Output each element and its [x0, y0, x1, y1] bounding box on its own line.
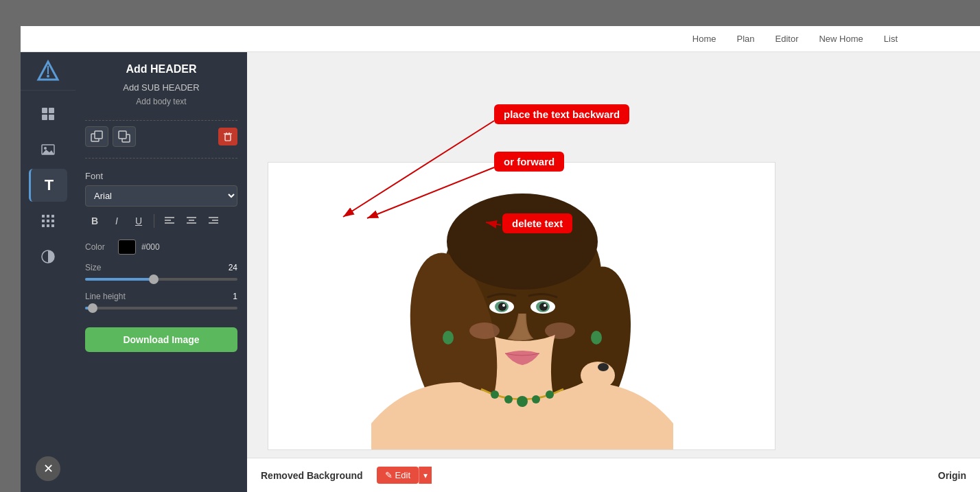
align-left-btn[interactable]	[160, 212, 179, 230]
panel-divider-1	[85, 120, 237, 121]
size-slider-fill	[85, 278, 154, 281]
svg-point-63	[517, 396, 528, 407]
svg-rect-17	[47, 224, 49, 227]
line-height-row: Line height 1	[85, 292, 237, 301]
download-button[interactable]: Download Image	[85, 327, 237, 352]
svg-point-59	[443, 331, 454, 344]
svg-rect-10	[42, 215, 45, 218]
chevron-down-icon: ▾	[423, 471, 428, 480]
svg-point-53	[498, 303, 506, 311]
panel-subheader: Add SUB HEADER	[85, 82, 237, 93]
image-icon	[40, 142, 56, 157]
svg-rect-18	[51, 224, 54, 227]
svg-rect-15	[51, 220, 54, 222]
edit-button[interactable]: ✎ Edit	[377, 467, 419, 484]
line-height-slider-thumb[interactable]	[88, 303, 97, 313]
svg-rect-24	[225, 134, 231, 141]
color-row: Color #000	[85, 239, 237, 255]
color-swatch[interactable]	[118, 239, 136, 255]
pattern-icon	[40, 213, 56, 229]
close-icon: ✕	[43, 461, 54, 476]
svg-point-56	[544, 304, 546, 307]
sidebar-item-contrast[interactable]	[29, 240, 67, 273]
svg-point-48	[447, 194, 598, 290]
removed-bg-label: Removed Background	[261, 470, 363, 481]
line-height-slider[interactable]	[85, 307, 237, 309]
svg-rect-11	[47, 215, 49, 218]
nav-list[interactable]: List	[884, 34, 898, 44]
left-panel: Add HEADER Add SUB HEADER Add body text	[75, 52, 247, 492]
nav-newhome[interactable]: New Home	[819, 34, 863, 44]
nav-plan[interactable]: Plan	[736, 34, 754, 44]
pencil-icon: ✎	[385, 470, 393, 480]
grid-icon	[40, 106, 56, 121]
top-nav: Home Plan Editor New Home List	[21, 26, 980, 52]
panel-header: Add HEADER	[85, 63, 237, 75]
edit-btn-group: ✎ Edit ▾	[377, 467, 432, 484]
svg-rect-23	[119, 131, 126, 139]
svg-point-55	[502, 304, 505, 307]
text-icon: T	[45, 176, 54, 194]
align-right-icon	[208, 216, 219, 226]
edit-dropdown-btn[interactable]: ▾	[419, 467, 432, 484]
italic-btn[interactable]: I	[107, 212, 126, 230]
align-center-btn[interactable]	[182, 212, 201, 230]
size-slider-thumb[interactable]	[149, 274, 159, 284]
trash-icon	[223, 132, 233, 141]
canvas-content: place the text backward or forward delet…	[247, 52, 980, 458]
svg-rect-13	[42, 220, 45, 222]
size-value: 24	[229, 263, 237, 272]
font-section-title: Font	[85, 171, 237, 181]
layer-front-btn[interactable]	[113, 126, 136, 147]
delete-layer-btn[interactable]	[218, 128, 237, 145]
font-select[interactable]: Arial	[85, 185, 237, 207]
svg-point-58	[545, 323, 575, 339]
panel-divider-2	[85, 158, 237, 159]
svg-point-54	[539, 303, 548, 311]
svg-point-60	[591, 331, 602, 344]
svg-rect-14	[47, 220, 49, 222]
layer-back-btn[interactable]	[85, 126, 108, 147]
icon-bar-bottom: ✕	[21, 456, 75, 492]
svg-point-64	[532, 395, 540, 403]
bold-btn[interactable]: B	[85, 212, 104, 230]
color-label: Color	[85, 242, 113, 252]
sidebar-item-grid[interactable]	[29, 97, 67, 130]
sidebar-item-text[interactable]: T	[29, 169, 67, 202]
svg-rect-16	[42, 224, 45, 227]
svg-point-2	[47, 75, 49, 78]
canvas-area: place the text backward or forward delet…	[247, 52, 980, 492]
size-row: Size 24	[85, 263, 237, 272]
underline-btn[interactable]: U	[129, 212, 148, 230]
edit-btn-label: Edit	[395, 470, 410, 480]
image-canvas: Hello Removal	[268, 162, 775, 450]
contrast-icon	[40, 249, 56, 264]
nav-editor[interactable]: Editor	[775, 34, 799, 44]
origin-label: Origin	[938, 470, 966, 481]
svg-point-65	[546, 390, 554, 399]
svg-point-62	[504, 395, 513, 403]
nav-home[interactable]: Home	[692, 34, 716, 44]
svg-rect-12	[51, 215, 54, 218]
icon-bar-logo[interactable]	[21, 52, 75, 91]
app-window: Home Plan Editor New Home List	[21, 26, 980, 492]
sidebar-item-image[interactable]	[29, 133, 67, 166]
nav-links: Home Plan Editor New Home List	[692, 26, 898, 51]
svg-rect-4	[49, 108, 54, 113]
svg-point-67	[598, 363, 609, 371]
format-buttons: B I U	[85, 212, 237, 230]
svg-rect-3	[42, 108, 47, 113]
svg-rect-21	[95, 131, 102, 139]
sidebar-item-pattern[interactable]	[29, 204, 67, 237]
size-slider[interactable]	[85, 278, 237, 281]
svg-rect-5	[42, 115, 47, 120]
line-height-label: Line height	[85, 292, 126, 301]
layer-buttons	[85, 126, 237, 147]
woman-portrait	[268, 163, 775, 450]
icon-bar-items: T	[21, 91, 75, 456]
close-button[interactable]: ✕	[36, 456, 60, 481]
format-separator	[154, 214, 154, 228]
align-right-btn[interactable]	[204, 212, 223, 230]
align-center-icon	[186, 216, 197, 226]
panel-body-text: Add body text	[85, 97, 237, 106]
